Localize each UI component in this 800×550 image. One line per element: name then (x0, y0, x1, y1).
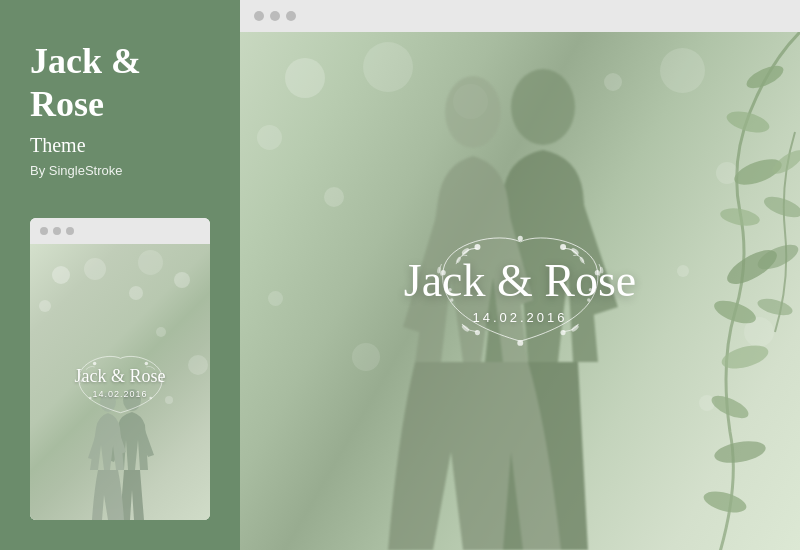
main-couple-name: Jack & Rose (404, 258, 637, 304)
main-photo-bg: Jack & Rose 14.02.2016 (240, 32, 800, 550)
svg-point-17 (701, 488, 748, 517)
main-browser: Jack & Rose 14.02.2016 (240, 0, 800, 550)
mini-floral-wreath: Jack & Rose 14.02.2016 (53, 348, 188, 417)
main-overlay-text: Jack & Rose 14.02.2016 (359, 223, 682, 360)
title-line1: Jack & (30, 41, 141, 81)
svg-point-39 (570, 323, 579, 332)
main-dot-3 (286, 11, 296, 21)
main-browser-content: Jack & Rose 14.02.2016 (240, 32, 800, 550)
svg-point-38 (461, 323, 470, 332)
mini-couple-date: 14.02.2016 (75, 389, 166, 399)
mini-dot-3 (66, 227, 74, 235)
mini-couple-name: Jack & Rose (75, 366, 166, 387)
svg-point-29 (570, 246, 579, 255)
mini-browser-bar (30, 218, 210, 244)
mini-browser-preview: Jack & Rose 14.02.2016 (30, 218, 210, 520)
main-dot-2 (270, 11, 280, 21)
svg-point-8 (743, 61, 786, 92)
svg-point-23 (445, 76, 501, 148)
mini-dot-2 (53, 227, 61, 235)
svg-point-11 (719, 206, 761, 229)
svg-point-26 (517, 235, 522, 240)
svg-point-21 (756, 296, 794, 319)
svg-point-3 (144, 361, 147, 364)
svg-point-16 (713, 438, 768, 467)
theme-author: By SingleStroke (30, 163, 210, 178)
svg-point-9 (724, 108, 771, 137)
main-browser-bar (240, 0, 800, 32)
svg-point-25 (560, 243, 566, 249)
mini-dot-1 (40, 227, 48, 235)
svg-point-24 (474, 243, 480, 249)
mini-browser-content: Jack & Rose 14.02.2016 (30, 244, 210, 520)
svg-point-2 (92, 361, 95, 364)
sidebar: Jack & Rose Theme By SingleStroke (0, 0, 240, 550)
mini-photo-bg: Jack & Rose 14.02.2016 (30, 244, 210, 520)
title-line2: Rose (30, 84, 104, 124)
main-dot-1 (254, 11, 264, 21)
theme-subtitle: Theme (30, 134, 210, 157)
main-floral-wreath: Jack & Rose 14.02.2016 (359, 223, 682, 360)
svg-point-22 (511, 69, 575, 145)
svg-point-15 (708, 391, 751, 422)
svg-point-13 (711, 296, 759, 328)
svg-point-27 (461, 246, 470, 255)
theme-title: Jack & Rose (30, 40, 210, 126)
main-couple-date: 14.02.2016 (404, 310, 637, 325)
svg-point-37 (517, 339, 523, 345)
svg-point-19 (761, 193, 800, 222)
mini-overlay-text: Jack & Rose 14.02.2016 (53, 348, 188, 417)
